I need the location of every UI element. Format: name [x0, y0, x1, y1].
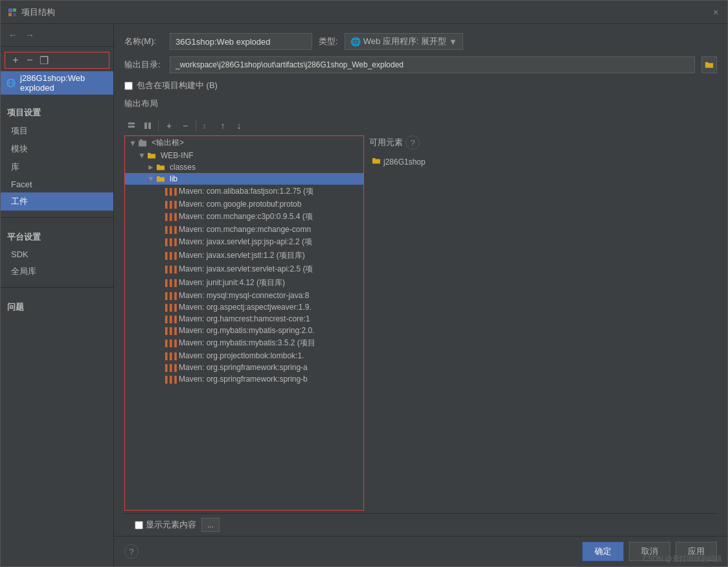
forward-button[interactable]: →	[23, 28, 37, 42]
tree-item-maven-7[interactable]: ▌▌▌ Maven: junit:junit:4.12 (项目库)	[125, 276, 363, 290]
tree-item-maven-5-label: Maven: javax.servlet:jstl:1.2 (项目库)	[179, 250, 305, 261]
layout-btn-sort[interactable]: ↕	[199, 119, 214, 133]
output-label: 输出目录:	[124, 59, 163, 71]
more-button[interactable]: ...	[201, 518, 220, 532]
copy-artifact-button[interactable]: ❐	[38, 54, 51, 67]
tree-item-maven-5[interactable]: ▌▌▌ Maven: javax.servlet:jstl:1.2 (项目库)	[125, 249, 363, 262]
include-checkbox-row: 包含在项目构建中 (B)	[124, 80, 717, 91]
tree-item-maven-8[interactable]: ▌▌▌ Maven: mysql:mysql-connector-java:8	[125, 290, 363, 301]
project-settings-section: 项目设置 项目 模块 库 Facet 工件	[1, 97, 113, 213]
svg-rect-8	[128, 126, 135, 128]
include-in-build-checkbox[interactable]	[124, 82, 133, 90]
tree-item-maven-0[interactable]: ▌▌▌ Maven: com.alibaba:fastjson:1.2.75 (…	[125, 185, 363, 198]
expand-icon-webinf: ▼	[138, 151, 147, 160]
include-in-build-label[interactable]: 包含在项目构建中 (B)	[137, 80, 218, 91]
maven-icon-0: ▌▌▌	[165, 187, 177, 196]
tree-item-maven-13[interactable]: ▌▌▌ Maven: org.projectlombok:lombok:1.	[125, 350, 363, 362]
tree-item-maven-2[interactable]: ▌▌▌ Maven: com.mchange:c3p0:0.9.5.4 (项	[125, 210, 363, 224]
tree-item-maven-3[interactable]: ▌▌▌ Maven: com.mchange:mchange-comn	[125, 224, 363, 235]
available-help-icon[interactable]: ?	[405, 135, 420, 150]
tree-item-maven-11[interactable]: ▌▌▌ Maven: org.mybatis:mybatis-spring:2.…	[125, 325, 363, 336]
artifact-item[interactable]: j286G1shop:Web exploded	[1, 71, 113, 95]
tree-item-maven-14[interactable]: ▌▌▌ Maven: org.springframework:spring-a	[125, 362, 363, 373]
remove-artifact-button[interactable]: −	[23, 54, 36, 67]
tree-item-maven-4[interactable]: ▌▌▌ Maven: javax.servlet.jsp:jsp-api:2.2…	[125, 235, 363, 249]
platform-settings-header[interactable]: 平台设置	[1, 228, 113, 246]
project-structure-dialog: 项目结构 × ← → + − ❐	[0, 0, 728, 567]
tree-item-maven-9-label: Maven: org.aspectj:aspectjweaver:1.9.	[179, 303, 312, 312]
expand-icon-lib: ▼	[147, 174, 156, 183]
browse-folder-button[interactable]	[701, 56, 717, 73]
expand-icon-classes: ►	[147, 163, 156, 172]
maven-icon-4: ▌▌▌	[165, 238, 177, 247]
tree-item-webinf[interactable]: ▼ WEB-INF	[125, 150, 363, 161]
sidebar-item-problems[interactable]: 问题	[1, 298, 113, 316]
sidebar-item-sdk[interactable]: SDK	[1, 246, 113, 262]
tree-item-maven-6[interactable]: ▌▌▌ Maven: javax.servlet:servlet-api:2.5…	[125, 262, 363, 276]
tree-item-maven-15[interactable]: ▌▌▌ Maven: org.springframework:spring-b	[125, 373, 363, 385]
sidebar-divider-2	[1, 287, 113, 288]
svg-rect-3	[13, 13, 16, 16]
show-content-row: 显示元素内容	[135, 519, 196, 531]
back-button[interactable]: ←	[6, 28, 20, 42]
name-input[interactable]	[170, 33, 312, 50]
sidebar-item-libraries[interactable]: 库	[1, 158, 113, 176]
name-label: 名称(M):	[124, 36, 163, 47]
tree-item-maven-12[interactable]: ▌▌▌ Maven: org.mybatis:mybatis:3.5.2 (项目	[125, 336, 363, 350]
tree-item-root[interactable]: ▼ <输出根>	[125, 136, 363, 150]
layout-btn-view[interactable]	[141, 119, 155, 133]
tree-item-maven-2-label: Maven: com.mchange:c3p0:0.9.5.4 (项	[179, 211, 313, 222]
toolbar-divider-1	[158, 120, 159, 132]
svg-rect-7	[128, 122, 135, 124]
project-settings-header[interactable]: 项目设置	[1, 104, 113, 122]
show-content-label[interactable]: 显示元素内容	[146, 519, 196, 531]
ok-button[interactable]: 确定	[582, 542, 624, 561]
available-folder-icon	[372, 157, 381, 167]
available-item-shop[interactable]: j286G1shop	[369, 155, 712, 168]
output-row: 输出目录:	[124, 56, 717, 73]
folder-lib-icon	[156, 174, 168, 183]
maven-icon-6: ▌▌▌	[165, 265, 177, 274]
add-artifact-button[interactable]: +	[9, 54, 22, 67]
svg-rect-0	[8, 8, 12, 12]
watermark: CSDN @爱打羽球的码猿	[643, 554, 722, 564]
maven-icon-1: ▌▌▌	[165, 200, 177, 209]
tree-item-lib-label: lib	[170, 174, 177, 183]
close-button[interactable]: ×	[711, 7, 721, 17]
tree-item-lib[interactable]: ▼ lib	[125, 173, 363, 185]
layout-btn-up[interactable]: ↑	[216, 119, 230, 133]
output-path-input[interactable]	[170, 56, 695, 73]
type-icon: 🌐	[350, 37, 361, 47]
tree-item-maven-10[interactable]: ▌▌▌ Maven: org.hamcrest:hamcrest-core:1	[125, 313, 363, 325]
available-title: 可用元素 ?	[369, 135, 712, 150]
tree-item-classes[interactable]: ► classes	[125, 161, 363, 173]
type-dropdown-button[interactable]: ▼	[449, 37, 457, 47]
layout-btn-extract[interactable]	[124, 119, 139, 133]
layout-btn-remove[interactable]: −	[178, 119, 192, 133]
root-icon	[138, 139, 150, 148]
show-content-checkbox[interactable]	[135, 521, 143, 529]
output-layout-section: + − ↕ ↑ ↓	[114, 119, 727, 536]
tree-item-maven-14-label: Maven: org.springframework:spring-a	[179, 363, 308, 372]
sidebar-item-facets[interactable]: Facet	[1, 176, 113, 192]
layout-btn-add[interactable]: +	[162, 119, 176, 133]
sidebar-item-project[interactable]: 项目	[1, 122, 113, 140]
available-panel: 可用元素 ? j286G1shop	[364, 135, 717, 511]
tree-item-maven-9[interactable]: ▌▌▌ Maven: org.aspectj:aspectjweaver:1.9…	[125, 301, 363, 313]
sidebar-item-modules[interactable]: 模块	[1, 140, 113, 158]
tree-item-maven-10-label: Maven: org.hamcrest:hamcrest-core:1	[179, 314, 310, 323]
maven-icon-11: ▌▌▌	[165, 326, 177, 335]
name-type-row: 名称(M): 类型: 🌐 Web 应用程序: 展开型 ▼	[124, 33, 717, 50]
footer-help-icon[interactable]: ?	[124, 544, 139, 559]
tree-panel[interactable]: ▼ <输出根> ▼	[124, 135, 364, 511]
type-label: 类型:	[319, 36, 338, 47]
sidebar: ← → + − ❐	[1, 24, 114, 566]
tree-item-maven-3-label: Maven: com.mchange:mchange-comn	[179, 225, 311, 234]
tree-item-maven-1[interactable]: ▌▌▌ Maven: com.google.protobuf:protob	[125, 198, 363, 210]
maven-icon-15: ▌▌▌	[165, 375, 177, 384]
layout-btn-down[interactable]: ↓	[232, 119, 246, 133]
platform-settings-section: 平台设置 SDK 全局库	[1, 222, 113, 283]
sidebar-item-artifacts[interactable]: 工件	[1, 192, 113, 211]
maven-icon-14: ▌▌▌	[165, 363, 177, 372]
sidebar-item-global-libs[interactable]: 全局库	[1, 262, 113, 281]
